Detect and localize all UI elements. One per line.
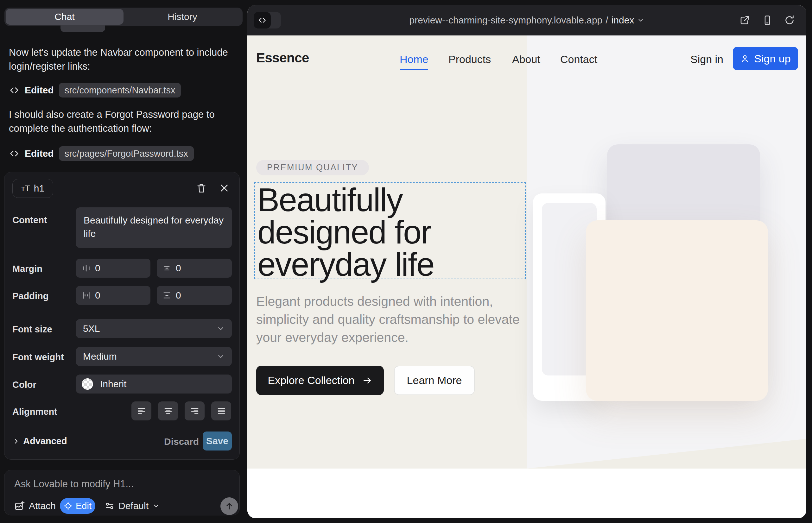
edited-file-row[interactable]: Edited src/pages/ForgotPassword.tsx — [9, 146, 194, 161]
padding-x-icon — [82, 291, 91, 300]
margin-y-icon — [162, 264, 171, 273]
font-weight-select[interactable]: Medium — [76, 347, 232, 366]
sign-up-button[interactable]: Sign up — [733, 47, 798, 70]
chat-history-tabs: Chat History — [4, 7, 243, 26]
element-tag-pill[interactable]: тT h1 — [12, 179, 53, 198]
lovable-app: Chat History Now let's update the Navbar… — [0, 0, 812, 523]
file-path-chip[interactable]: src/components/Navbar.tsx — [59, 83, 181, 97]
nav-link-home[interactable]: Home — [400, 53, 428, 66]
external-link-icon[interactable] — [739, 15, 751, 26]
code-icon — [258, 16, 266, 24]
hero-cta-row: Explore Collection Learn More — [256, 366, 475, 395]
align-left-icon — [137, 406, 146, 416]
attach-button[interactable]: Attach — [14, 501, 56, 511]
nav-link-products[interactable]: Products — [448, 53, 491, 66]
close-icon — [219, 183, 229, 193]
tab-history[interactable]: History — [124, 9, 241, 25]
edited-label: Edited — [25, 148, 54, 159]
hero-image-card-front — [586, 220, 768, 401]
chat-composer: Attach Edit Default — [4, 470, 240, 516]
composer-input[interactable] — [14, 477, 230, 491]
padding-y-icon — [162, 291, 171, 300]
align-left-button[interactable] — [131, 401, 152, 420]
alignment-buttons — [131, 401, 231, 420]
element-editor-panel: тT h1 Content Beautifully designed for e… — [4, 172, 240, 460]
align-center-icon — [163, 406, 173, 416]
learn-more-button[interactable]: Learn More — [394, 366, 475, 395]
arrow-right-icon — [362, 376, 372, 385]
default-mode-select[interactable]: Default — [105, 501, 160, 511]
chat-message: I should also create a Forgot Password p… — [9, 108, 234, 136]
preview-window: preview--charming-site-symphony.lovable.… — [247, 5, 806, 518]
chevron-down-icon — [637, 17, 644, 24]
margin-label: Margin — [12, 264, 42, 274]
selected-element-outline[interactable]: Beautifully designed for everyday life — [254, 182, 526, 279]
chevron-right-icon — [12, 437, 20, 445]
code-preview-toggle[interactable] — [254, 12, 281, 29]
save-button[interactable]: Save — [203, 432, 232, 451]
chevron-down-icon — [217, 325, 225, 333]
edited-label: Edited — [25, 85, 54, 96]
align-justify-button[interactable] — [211, 401, 231, 420]
discard-button[interactable]: Discard — [164, 436, 199, 447]
delete-element-button[interactable] — [194, 181, 208, 195]
align-center-button[interactable] — [158, 401, 178, 420]
font-weight-label: Font weight — [12, 352, 64, 362]
align-right-button[interactable] — [184, 401, 205, 420]
edited-file-row[interactable]: Edited src/components/Navbar.tsx — [9, 83, 181, 97]
color-label: Color — [12, 380, 36, 390]
browser-chrome: preview--charming-site-symphony.lovable.… — [247, 5, 806, 35]
chevron-down-icon — [217, 353, 225, 361]
url-bar[interactable]: preview--charming-site-symphony.lovable.… — [247, 5, 806, 35]
edit-target-icon — [64, 502, 72, 510]
explore-collection-button[interactable]: Explore Collection — [256, 366, 384, 395]
nav-link-contact[interactable]: Contact — [560, 53, 597, 66]
advanced-toggle[interactable]: Advanced — [12, 436, 67, 446]
hero-description: Elegant products designed with intention… — [256, 292, 522, 347]
file-path-chip[interactable]: src/pages/ForgotPassword.tsx — [59, 146, 194, 161]
margin-y-input[interactable]: 0 — [157, 259, 232, 278]
close-editor-button[interactable] — [217, 181, 231, 195]
tab-chat[interactable]: Chat — [6, 9, 124, 25]
content-label: Content — [12, 215, 47, 226]
sign-in-link[interactable]: Sign in — [690, 53, 723, 66]
color-swatch — [82, 378, 93, 390]
margin-x-input[interactable]: 0 — [76, 259, 151, 278]
font-size-label: Font size — [12, 324, 52, 335]
align-right-icon — [190, 406, 199, 416]
code-icon — [9, 85, 20, 96]
chrome-actions — [739, 5, 795, 35]
attach-icon — [14, 501, 25, 511]
send-button[interactable] — [220, 497, 238, 515]
hero-badge: PREMIUM QUALITY — [256, 160, 369, 175]
font-size-select[interactable]: 5XL — [76, 319, 232, 338]
chevron-down-icon — [152, 502, 160, 510]
mobile-icon[interactable] — [762, 15, 773, 26]
padding-y-input[interactable]: 0 — [157, 286, 232, 305]
send-arrow-icon — [225, 502, 234, 511]
text-type-icon: тT — [21, 184, 30, 194]
url-domain: preview--charming-site-symphony.lovable.… — [409, 15, 603, 26]
nav-link-about[interactable]: About — [512, 53, 540, 66]
align-justify-icon — [217, 406, 226, 416]
edit-mode-button[interactable]: Edit — [60, 498, 95, 514]
code-icon — [9, 148, 20, 159]
site-brand[interactable]: Essence — [256, 50, 309, 66]
content-input[interactable]: Beautifully designed for everyday life — [76, 208, 232, 248]
sliders-icon — [105, 501, 114, 511]
site-viewport: Essence Home Products About Contact Sign… — [247, 35, 806, 518]
padding-x-input[interactable]: 0 — [76, 286, 151, 305]
code-toggle-segment[interactable] — [254, 12, 271, 29]
chat-message: Now let's update the Navbar component to… — [9, 46, 234, 73]
nav-active-underline — [400, 69, 428, 70]
alignment-label: Alignment — [12, 407, 57, 417]
margin-x-icon — [82, 264, 91, 273]
url-separator: / — [605, 15, 608, 26]
hero-heading[interactable]: Beautifully designed for everyday life — [258, 184, 520, 281]
trash-icon — [196, 183, 207, 194]
url-page: index — [612, 15, 634, 26]
color-select[interactable]: Inherit — [76, 375, 232, 394]
padding-label: Padding — [12, 291, 49, 301]
refresh-icon[interactable] — [784, 15, 795, 26]
user-icon — [740, 54, 749, 63]
